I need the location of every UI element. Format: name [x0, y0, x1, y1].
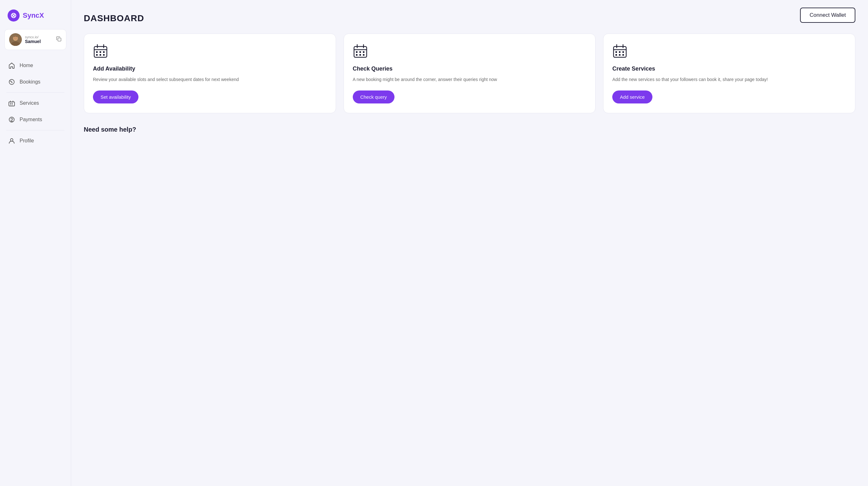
svg-rect-35: [356, 54, 358, 56]
payments-icon: [8, 116, 15, 123]
sidebar: SyncX syncx.io/ Samuel: [0, 0, 71, 486]
svg-rect-9: [9, 102, 14, 106]
svg-rect-23: [99, 51, 101, 53]
svg-rect-22: [96, 51, 98, 53]
avatar: [9, 33, 22, 46]
svg-rect-26: [99, 54, 101, 56]
svg-rect-45: [615, 54, 617, 56]
add-availability-card: Add Availability Review your available s…: [84, 33, 336, 113]
create-services-card: Create Services Add the new services so …: [603, 33, 855, 113]
main-content: Connect Wallet DASHBOARD Add Av: [71, 0, 868, 486]
home-label: Home: [20, 63, 33, 68]
page-title: DASHBOARD: [84, 13, 855, 23]
svg-rect-6: [58, 38, 61, 41]
user-name: Samuel: [25, 39, 53, 44]
bookings-icon: [8, 79, 15, 85]
home-icon: [8, 62, 15, 69]
create-services-title: Create Services: [612, 65, 846, 72]
user-url: syncx.io/: [25, 35, 53, 39]
help-section-title: Need some help?: [84, 126, 855, 133]
svg-rect-36: [360, 54, 361, 56]
profile-icon: [8, 137, 15, 144]
payments-label: Payments: [20, 117, 42, 122]
connect-wallet-button[interactable]: Connect Wallet: [800, 8, 855, 23]
copy-icon[interactable]: [56, 36, 62, 43]
svg-rect-11: [12, 103, 13, 104]
svg-rect-24: [103, 51, 105, 53]
app-name: SyncX: [23, 11, 44, 20]
sidebar-item-profile[interactable]: Profile: [3, 133, 68, 149]
user-card[interactable]: syncx.io/ Samuel: [4, 29, 66, 50]
logo-icon: [8, 9, 20, 22]
check-queries-icon: [353, 44, 587, 60]
svg-point-17: [10, 139, 13, 141]
nav: Home Bookings: [0, 58, 71, 149]
nav-divider-1: [6, 92, 64, 93]
svg-rect-42: [615, 51, 617, 53]
check-queries-card: Check Queries A new booking might be aro…: [344, 33, 596, 113]
svg-rect-43: [619, 51, 620, 53]
add-availability-title: Add Availability: [93, 65, 327, 72]
add-availability-desc: Review your available slots and select s…: [93, 76, 327, 83]
check-queries-desc: A new booking might be around the corner…: [353, 76, 587, 83]
sidebar-item-payments[interactable]: Payments: [3, 112, 68, 127]
check-query-button[interactable]: Check query: [353, 90, 395, 104]
sidebar-item-services[interactable]: Services: [3, 95, 68, 111]
svg-rect-27: [103, 54, 105, 56]
svg-rect-34: [363, 51, 365, 53]
add-availability-icon: [93, 44, 327, 60]
svg-rect-32: [356, 51, 358, 53]
top-bar: Connect Wallet: [800, 8, 855, 23]
user-info: syncx.io/ Samuel: [25, 35, 53, 44]
nav-divider-2: [6, 130, 64, 131]
svg-rect-10: [10, 103, 11, 104]
svg-rect-12: [10, 105, 11, 105]
svg-rect-13: [12, 105, 13, 105]
svg-rect-46: [619, 54, 620, 56]
profile-label: Profile: [20, 138, 34, 144]
bookings-label: Bookings: [20, 79, 40, 85]
svg-rect-33: [360, 51, 361, 53]
svg-rect-44: [622, 51, 624, 53]
svg-rect-37: [363, 54, 365, 56]
svg-rect-47: [622, 54, 624, 56]
services-label: Services: [20, 100, 39, 106]
set-availability-button[interactable]: Set availability: [93, 90, 138, 104]
svg-rect-25: [96, 54, 98, 56]
create-services-icon: [612, 44, 846, 60]
dashboard-cards: Add Availability Review your available s…: [84, 33, 855, 113]
check-queries-title: Check Queries: [353, 65, 587, 72]
add-service-button[interactable]: Add service: [612, 90, 652, 104]
create-services-desc: Add the new services so that your follow…: [612, 76, 846, 83]
logo-area: SyncX: [0, 6, 71, 29]
sidebar-item-home[interactable]: Home: [3, 58, 68, 74]
sidebar-item-bookings[interactable]: Bookings: [3, 74, 68, 90]
services-icon: [8, 100, 15, 107]
